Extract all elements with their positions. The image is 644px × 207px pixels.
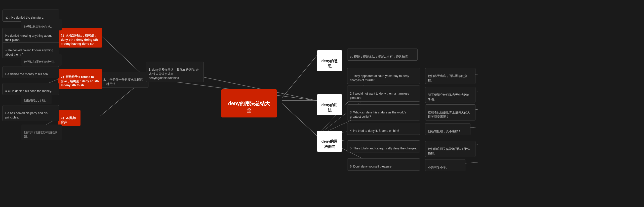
svg-line-2 bbox=[282, 103, 317, 136]
usage3-label: 3）vt.抛弃/背弃 bbox=[58, 110, 80, 126]
example-cn-6: 不要有乐不享。 bbox=[425, 159, 465, 171]
usage3-ex1-en: He has denied his party and his principl… bbox=[3, 105, 59, 121]
svg-line-0 bbox=[282, 55, 317, 98]
example-cn-4: 他还想抵赖，真不害臊！ bbox=[425, 123, 470, 135]
deny-meaning-label: deny的意思 bbox=[317, 50, 342, 71]
example-sentence-4: 4. He tried to deny it. Shame on him! bbox=[347, 123, 420, 135]
usage3-ex1-cn: 他背弃了他的党和他的原则。 bbox=[21, 125, 62, 140]
example-cn-3: 谁能否认他是世界上最伟大的大提琴演奏家呢？ bbox=[425, 104, 475, 120]
deny-examples-label: deny的用法例句 bbox=[317, 131, 342, 152]
mind-map-canvas: deny的用法总结大全 deny的意思 vt. 拒绝；拒绝承认；拒绝...占有；… bbox=[0, 0, 644, 207]
deny-meaning-content: vt. 拒绝；拒绝承认；拒绝...占有；否认知情 bbox=[347, 49, 418, 61]
example-cn-5: 他们彻底而又坚决地否认了那些指控。 bbox=[425, 141, 475, 157]
deny-forms-note: 1. deny是及物动词，其现在分词/过去式/过去分词形式为：denying/d… bbox=[146, 62, 204, 82]
example-sentence-6: 6. Don't deny yourself pleasure. bbox=[347, 158, 420, 171]
usage2-ex2-cn: 他拒绝给儿子钱。 bbox=[21, 93, 52, 104]
main-title-node: deny的用法总结大全 bbox=[221, 89, 277, 117]
example-sentence-3: 3. Who can deny his stature as the world… bbox=[347, 104, 420, 120]
usage1-ex3-cn: 他否认知悉他们的计划。 bbox=[21, 54, 62, 66]
example-sentence-1: 1. They appeared at court yesterday to d… bbox=[347, 68, 420, 84]
usage2-label: 2）拒绝给予 = refuse to give，结构是：deny sb sth … bbox=[58, 69, 102, 89]
deny-usage-label: deny的用法 bbox=[317, 94, 342, 115]
usage1-ex2-en: He denied knowing anything about their p… bbox=[3, 28, 59, 44]
example-sentence-5: 5. They totally and categorically deny t… bbox=[347, 140, 420, 152]
example-sentence-2: 2. I would not want to deny them a harml… bbox=[347, 86, 420, 102]
middle-note: 2. 中学阶段一般只要求掌握它三种用法： bbox=[101, 72, 148, 88]
usage2-ex1-en: He denied the money to his son. bbox=[3, 66, 59, 78]
usage1-label: 1）vt.否定/否认，结构是：deny sth；deny doing sth =… bbox=[58, 28, 102, 48]
example-cn-2: 我不想剥夺他们这点无伤大雅的乐趣。 bbox=[425, 87, 475, 103]
example-cn-1: 他们昨天出庭，否认谋杀的指控。 bbox=[425, 68, 475, 84]
